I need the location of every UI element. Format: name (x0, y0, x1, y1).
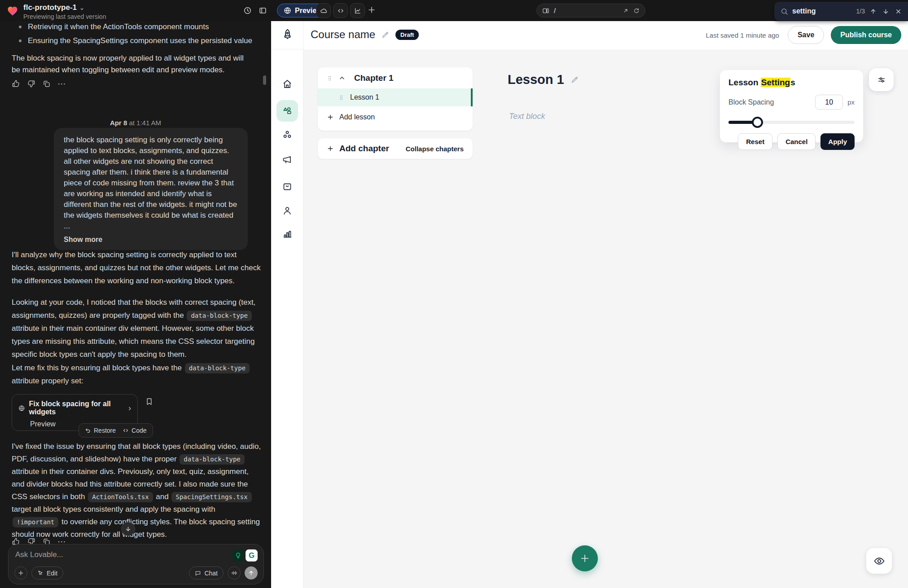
project-brand[interactable]: flc-prototype-1 ⌄ Previewing last saved … (6, 3, 106, 20)
nav-home-icon[interactable] (276, 73, 298, 95)
new-tab-plus-icon[interactable] (367, 5, 376, 14)
bookmark-icon[interactable] (145, 397, 154, 406)
slider-thumb[interactable] (752, 117, 763, 128)
voice-input-button[interactable] (228, 566, 241, 579)
preview-eye-button[interactable] (866, 548, 892, 574)
restore-label: Restore (94, 427, 116, 434)
history-icon[interactable] (243, 6, 252, 15)
add-lesson-label: Add lesson (339, 113, 375, 121)
open-external-icon[interactable] (623, 8, 629, 14)
text-part: Let me fix this by ensuring all block ty… (12, 364, 184, 372)
block-spacing-slider[interactable] (728, 117, 855, 127)
chapter-title: Chapter 1 (354, 73, 394, 83)
block-spacing-input[interactable] (815, 95, 843, 110)
nav-profile-icon[interactable] (276, 200, 298, 221)
lesson-editor-header: Lesson 1 (508, 72, 579, 87)
chat-mode-button[interactable]: Chat (189, 566, 224, 579)
attach-plus-button[interactable] (14, 566, 27, 579)
panel-toggle-icon[interactable] (259, 6, 267, 15)
edit-version-card[interactable]: Fix block spacing for all widgets › Prev… (12, 394, 138, 431)
list-item: Ensuring the SpacingSettings component u… (12, 36, 259, 46)
add-block-fab[interactable] (572, 545, 598, 571)
search-close-icon[interactable] (894, 7, 903, 16)
url-bar[interactable]: / (536, 4, 645, 18)
find-bar: 1/3 (774, 2, 908, 21)
audio-wave-icon (231, 570, 237, 576)
block-spacing-row: Block Spacing px (728, 95, 855, 110)
copy-icon[interactable] (42, 79, 51, 88)
settings-panel-title: Lesson Settings (728, 78, 855, 88)
chart-icon (354, 7, 361, 14)
add-chapter-button[interactable]: Add chapter (327, 144, 389, 154)
edit-card-header[interactable]: Fix block spacing for all widgets › (18, 400, 131, 416)
search-next-icon[interactable] (882, 7, 890, 16)
last-saved-text: Last saved 1 minute ago (706, 31, 779, 39)
sliders-icon (877, 75, 886, 85)
restore-button[interactable]: Restore (85, 427, 116, 434)
grammarly-g-icon: G (246, 549, 258, 562)
edit-course-name-icon[interactable] (381, 31, 390, 39)
collapse-chapters-button[interactable]: Collapse chapters (406, 145, 464, 153)
cancel-button[interactable]: Cancel (777, 133, 816, 150)
publish-course-button[interactable]: Publish course (831, 26, 901, 44)
timestamp-time: at 1:41 AM (129, 119, 161, 127)
assistant-summary-paragraph: The block spacing is now properly applie… (12, 53, 254, 76)
assistant-bullet-list: Retrieving it when the ActionTools compo… (12, 22, 259, 50)
drag-handle-icon[interactable] (327, 75, 333, 81)
analytics-button[interactable] (350, 3, 365, 18)
timestamp-date: Apr 8 (110, 119, 127, 127)
edit-mode-button[interactable]: Edit (31, 566, 63, 579)
code-view-button[interactable] (333, 3, 348, 18)
chat-input[interactable] (15, 550, 168, 559)
collapse-chapter-icon[interactable] (338, 75, 346, 82)
nav-community-icon[interactable] (276, 124, 298, 145)
text-block-placeholder[interactable]: Text block (509, 112, 545, 121)
settings-toggle-button[interactable] (869, 68, 894, 91)
status-badge: Draft (395, 30, 419, 40)
chevron-right-icon: › (128, 404, 131, 413)
show-more-button[interactable]: Show more (64, 236, 102, 244)
nav-courses-icon[interactable] (276, 100, 298, 122)
cloud-button[interactable] (316, 3, 331, 18)
unit-label: px (847, 98, 855, 106)
grammarly-widget[interactable]: G (232, 549, 258, 562)
viewport-icon (542, 7, 549, 14)
rocket-logo-icon[interactable] (281, 28, 294, 40)
globe-icon (18, 404, 25, 412)
code-button[interactable]: Code (123, 427, 146, 434)
url-path[interactable]: / (554, 7, 618, 14)
refresh-icon[interactable] (633, 8, 640, 14)
code-chip: ActionTools.tsx (88, 492, 153, 502)
code-icon (337, 7, 344, 14)
add-lesson-button[interactable]: Add lesson (327, 113, 375, 121)
search-prev-icon[interactable] (869, 7, 877, 16)
nav-divider (271, 49, 303, 49)
nav-analytics-icon[interactable] (276, 223, 298, 245)
edit-lesson-name-icon[interactable] (570, 75, 579, 84)
send-button[interactable] (245, 566, 258, 579)
thumbs-down-icon[interactable] (27, 79, 35, 88)
drag-handle-icon[interactable] (338, 95, 344, 101)
nav-announcements-icon[interactable] (276, 149, 298, 171)
title-part: s (790, 78, 795, 87)
settings-buttons: Reset Cancel Apply (728, 133, 855, 150)
save-button[interactable]: Save (788, 26, 824, 44)
apply-button[interactable]: Apply (820, 133, 855, 150)
project-name[interactable]: flc-prototype-1 ⌄ (23, 3, 106, 12)
chapter-row[interactable]: Chapter 1 (318, 67, 473, 83)
lesson-settings-panel: Lesson Settings Block Spacing px Reset C… (720, 70, 863, 142)
message-timestamp: Apr 8 at 1:41 AM (0, 119, 271, 127)
scroll-to-bottom-button[interactable] (121, 522, 135, 536)
chat-scrollbar-thumb[interactable] (263, 75, 266, 85)
more-options-icon[interactable]: ⋯ (57, 79, 67, 88)
lesson-row-selected[interactable]: Lesson 1 (318, 88, 473, 106)
assistant-analysis-paragraph: I'll analyze why the block spacing setti… (12, 248, 262, 287)
code-chip: data-block-type (180, 454, 244, 465)
reset-button[interactable]: Reset (738, 133, 772, 150)
thumbs-up-icon[interactable] (12, 79, 20, 88)
project-subtitle: Previewing last saved version (23, 13, 106, 20)
edit-card-title: Fix block spacing for all widgets (29, 400, 123, 416)
nav-store-icon[interactable] (276, 176, 298, 197)
search-input[interactable] (792, 7, 841, 15)
restore-icon (85, 427, 91, 434)
